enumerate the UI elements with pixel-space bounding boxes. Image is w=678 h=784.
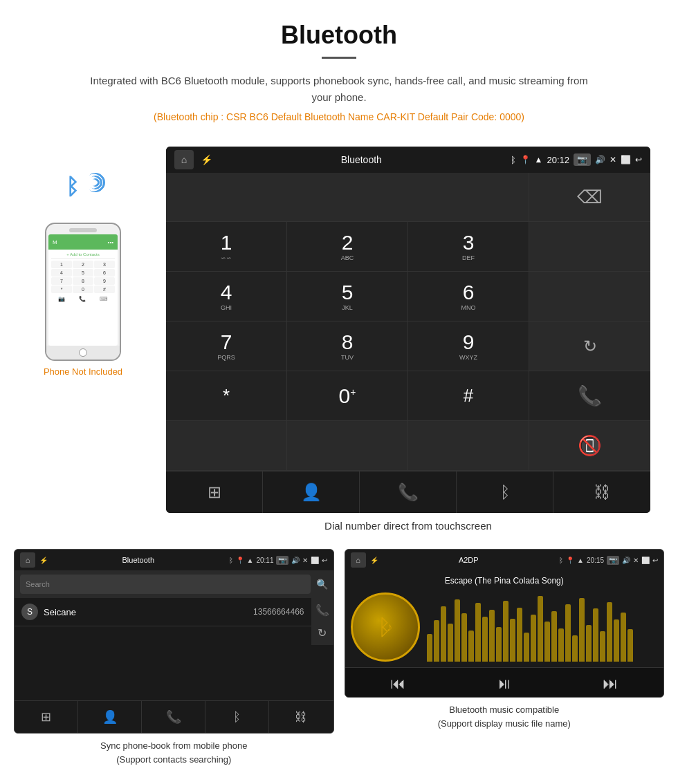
- music-bar: [593, 608, 598, 662]
- music-bar: [538, 596, 543, 662]
- key-3[interactable]: 3 DEF: [408, 222, 529, 272]
- pb-nav-phone[interactable]: 📞: [142, 701, 205, 733]
- key-1[interactable]: 1 ∽∽: [166, 222, 287, 272]
- key-9[interactable]: 9 WXYZ: [408, 321, 529, 371]
- phonebook-screen[interactable]: ⌂ ⚡ Bluetooth ᛒ 📍 ▲ 20:11 📷 🔊 ✕ ⬜ ↩: [14, 549, 334, 734]
- phone-home-button: [79, 348, 87, 357]
- window-icon[interactable]: ⬜: [621, 155, 631, 165]
- pb-close-icon[interactable]: ✕: [302, 557, 308, 564]
- page-specs: (Bluetooth chip : CSR BC6 Default Blueto…: [14, 111, 664, 122]
- nav-chain[interactable]: ⛓: [553, 472, 650, 513]
- status-time: 20:12: [547, 155, 569, 165]
- camera-icon[interactable]: 📷: [574, 153, 591, 166]
- music-bar: [558, 628, 564, 662]
- music-bar: [621, 613, 626, 662]
- music-screen[interactable]: ⌂ ⚡ A2DP ᛒ 📍 ▲ 20:15 📷 🔊 ✕ ⬜ ↩ E: [345, 549, 665, 698]
- search-icon[interactable]: 🔍: [316, 579, 328, 590]
- prev-track-button[interactable]: ⏮: [390, 675, 405, 693]
- music-time: 20:15: [587, 557, 604, 564]
- music-bar: [579, 598, 585, 662]
- music-bar: [517, 608, 522, 662]
- key-4[interactable]: 4 GHI: [166, 272, 287, 321]
- music-home-button[interactable]: ⌂: [351, 552, 366, 568]
- end-call-icon: 📵: [578, 434, 602, 457]
- key-6[interactable]: 6 MNO: [408, 272, 529, 321]
- pb-camera-icon[interactable]: 📷: [276, 556, 288, 565]
- music-location-icon: 📍: [566, 557, 574, 564]
- phone-not-included-label: Phone Not Included: [44, 366, 122, 377]
- key-empty-5: [408, 421, 529, 471]
- nav-bluetooth[interactable]: ᛒ: [457, 472, 553, 513]
- music-signal-icon: ▲: [577, 557, 584, 564]
- phone-device-mockup: M ••• + Add to Contacts 1 2 3 4 5 6 7 8 …: [45, 223, 121, 361]
- close-icon[interactable]: ✕: [610, 155, 616, 165]
- phonebook-caption: Sync phone-book from mobile phone (Suppo…: [100, 739, 247, 766]
- refresh-icon: ↻: [583, 337, 597, 356]
- backspace-button[interactable]: ⌫: [529, 173, 650, 221]
- key-0[interactable]: 0+: [287, 371, 408, 421]
- key-8[interactable]: 8 TUV: [287, 321, 408, 371]
- back-icon[interactable]: ↩: [635, 155, 642, 165]
- pb-volume-icon[interactable]: 🔊: [291, 557, 300, 564]
- music-bar: [551, 611, 557, 662]
- pb-nav-contacts[interactable]: 👤: [78, 701, 142, 733]
- status-bar-right: ᛒ 📍 ▲ 20:12 📷 🔊 ✕ ⬜ ↩: [511, 153, 642, 166]
- bluetooth-status-icon: ᛒ: [511, 155, 516, 165]
- key-refresh[interactable]: ↻: [529, 321, 650, 371]
- dial-number-display: [166, 173, 529, 221]
- main-section: ᛒ M ••• + Add to Contacts 1 2: [0, 147, 678, 549]
- nav-keypad[interactable]: ⊞: [166, 472, 263, 513]
- key-7[interactable]: 7 PQRS: [166, 321, 287, 371]
- dial-screen-caption: Dial number direct from touchscreen: [324, 520, 492, 532]
- home-button[interactable]: ⌂: [174, 150, 194, 169]
- phone-bottom-bar: [46, 346, 120, 360]
- contact-row[interactable]: S Seicane 13566664466: [15, 598, 311, 626]
- music-bar: [586, 625, 592, 662]
- key-star[interactable]: *: [166, 371, 287, 421]
- side-refresh-icon[interactable]: ↻: [318, 626, 327, 640]
- music-player-area: ᛒ ♪: [351, 592, 659, 662]
- status-bar-left: ⌂ ⚡: [174, 150, 212, 169]
- play-pause-button[interactable]: ⏯: [497, 675, 512, 693]
- music-close-icon[interactable]: ✕: [633, 557, 639, 564]
- music-bar: [572, 635, 578, 662]
- keypad-grid: 1 ∽∽ 2 ABC 3 DEF 4 GHI 5: [166, 222, 650, 471]
- page-header: Bluetooth Integrated with BC6 Bluetooth …: [0, 0, 678, 147]
- pb-status-left: ⌂ ⚡: [20, 552, 48, 568]
- end-call-button[interactable]: 📵: [529, 421, 650, 471]
- phone-speaker: [69, 228, 97, 232]
- page-description: Integrated with BC6 Bluetooth module, su…: [80, 73, 598, 106]
- pb-window-icon[interactable]: ⬜: [311, 557, 319, 564]
- key-5[interactable]: 5 JKL: [287, 272, 408, 321]
- music-window-icon[interactable]: ⬜: [641, 557, 650, 564]
- pb-back-icon[interactable]: ↩: [322, 557, 327, 564]
- nav-contacts[interactable]: 👤: [263, 472, 360, 513]
- music-controls: ⏮ ⏯ ⏭: [345, 667, 664, 697]
- pb-nav-keypad[interactable]: ⊞: [15, 701, 78, 733]
- key-hash[interactable]: #: [408, 371, 529, 421]
- music-bar: [607, 602, 612, 662]
- contact-name: Seicane: [44, 607, 253, 617]
- phone-illustration: ᛒ M ••• + Add to Contacts 1 2: [14, 147, 152, 377]
- contact-phone: 13566664466: [253, 607, 304, 617]
- volume-icon[interactable]: 🔊: [595, 155, 605, 165]
- phonebook-spacer: [15, 645, 333, 700]
- key-2[interactable]: 2 ABC: [287, 222, 408, 272]
- side-call-icon[interactable]: 📞: [315, 604, 329, 617]
- music-camera-icon[interactable]: 📷: [607, 556, 619, 565]
- music-song-title: Escape (The Pina Colada Song): [445, 576, 564, 586]
- pb-status-right: ᛒ 📍 ▲ 20:11 📷 🔊 ✕ ⬜ ↩: [229, 556, 328, 565]
- music-back-icon[interactable]: ↩: [652, 557, 658, 564]
- dial-screen[interactable]: ⌂ ⚡ Bluetooth ᛒ 📍 ▲ 20:12 📷 🔊 ✕ ⬜ ↩: [166, 147, 650, 513]
- next-track-button[interactable]: ⏭: [603, 675, 618, 693]
- music-bar: [427, 634, 432, 662]
- phonebook-search-input[interactable]: Search: [20, 575, 311, 594]
- pb-nav-bluetooth[interactable]: ᛒ: [205, 701, 269, 733]
- music-volume-icon[interactable]: 🔊: [622, 557, 630, 564]
- music-status-bar: ⌂ ⚡ A2DP ᛒ 📍 ▲ 20:15 📷 🔊 ✕ ⬜ ↩: [345, 550, 664, 570]
- pb-nav-chain[interactable]: ⛓: [269, 701, 333, 733]
- music-bar: [455, 599, 460, 662]
- call-button[interactable]: 📞: [529, 371, 650, 421]
- pb-home-button[interactable]: ⌂: [20, 552, 35, 568]
- nav-phone[interactable]: 📞: [360, 472, 457, 513]
